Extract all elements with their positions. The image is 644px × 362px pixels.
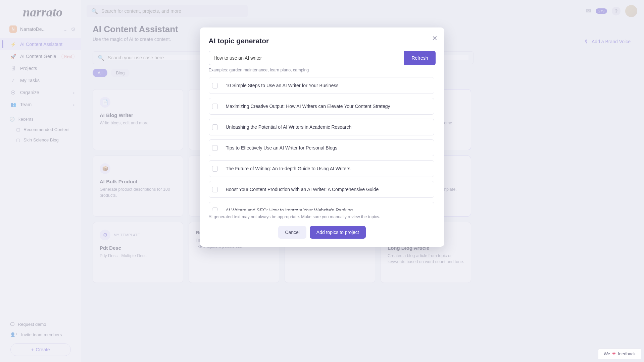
- modal-actions: Cancel Add topics to project: [209, 226, 436, 239]
- topic-text: 10 Simple Steps to Use an AI Writer for …: [221, 78, 343, 93]
- topic-text: Unleashing the Potential of AI Writers i…: [221, 120, 356, 134]
- cancel-button[interactable]: Cancel: [278, 226, 306, 239]
- topic-input[interactable]: [209, 51, 404, 65]
- topic-row[interactable]: Unleashing the Potential of AI Writers i…: [209, 119, 434, 135]
- topic-checkbox[interactable]: [209, 98, 221, 114]
- topic-text: Boost Your Content Production with an AI…: [221, 182, 384, 197]
- disclaimer-text: AI generated text may not always be appr…: [209, 215, 436, 219]
- topic-row[interactable]: 10 Simple Steps to Use an AI Writer for …: [209, 77, 434, 94]
- topic-checkbox[interactable]: [209, 77, 221, 94]
- refresh-button[interactable]: Refresh: [404, 51, 435, 65]
- topic-row[interactable]: Tips to Effectively Use an AI Writer for…: [209, 139, 434, 156]
- ai-topic-generator-modal: ✕ AI topic generator Refresh Examples: g…: [200, 27, 444, 247]
- modal-title: AI topic generator: [209, 37, 436, 45]
- topic-text: The Future of Writing: An In-depth Guide…: [221, 161, 355, 176]
- topic-checkbox[interactable]: [209, 161, 221, 177]
- topics-list[interactable]: 10 Simple Steps to Use an AI Writer for …: [209, 77, 436, 210]
- topic-row[interactable]: Boost Your Content Production with an AI…: [209, 181, 434, 198]
- feedback-pre: We: [604, 351, 610, 356]
- modal-overlay[interactable]: ✕ AI topic generator Refresh Examples: g…: [0, 0, 644, 362]
- examples-text: Examples: garden maintenance, learn pian…: [209, 68, 436, 72]
- topic-checkbox[interactable]: [209, 119, 221, 135]
- feedback-post: feedback: [618, 351, 636, 356]
- topic-checkbox[interactable]: [209, 181, 221, 197]
- topic-row[interactable]: AI Writers and SEO: How to Improve Your …: [209, 202, 434, 210]
- add-topics-button[interactable]: Add topics to project: [310, 226, 366, 239]
- topic-row[interactable]: The Future of Writing: An In-depth Guide…: [209, 160, 434, 177]
- heart-icon: ❤: [612, 351, 616, 356]
- topic-text: Maximizing Creative Output: How AI Write…: [221, 99, 395, 114]
- topic-text: AI Writers and SEO: How to Improve Your …: [221, 203, 358, 210]
- topic-row[interactable]: Maximizing Creative Output: How AI Write…: [209, 98, 434, 115]
- topic-checkbox[interactable]: [209, 202, 221, 210]
- topic-text: Tips to Effectively Use an AI Writer for…: [221, 140, 342, 155]
- feedback-widget[interactable]: We ❤ feedback: [598, 348, 641, 359]
- close-icon: ✕: [432, 35, 438, 42]
- topic-checkbox[interactable]: [209, 140, 221, 156]
- close-button[interactable]: ✕: [432, 34, 438, 42]
